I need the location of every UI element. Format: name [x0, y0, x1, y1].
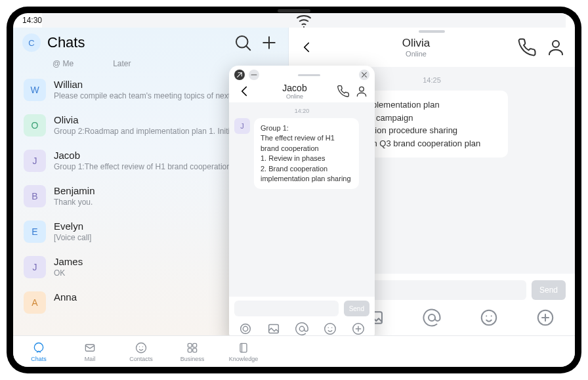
svg-point-8 — [481, 310, 496, 326]
svg-rect-20 — [188, 343, 192, 347]
nav-mail[interactable]: Mail — [64, 341, 116, 362]
floating-chat-window[interactable]: Jacob Online 14:20 J Group 1: The effect… — [229, 66, 375, 335]
nav-knowledge[interactable]: Knowledge — [218, 341, 269, 362]
svg-rect-23 — [193, 348, 197, 352]
send-button[interactable]: Send — [532, 280, 566, 300]
nav-chats[interactable]: Chats — [13, 341, 64, 362]
float-body: 14:20 J Group 1: The effect review of H1… — [229, 102, 375, 297]
device-camera — [278, 9, 310, 12]
svg-point-11 — [241, 324, 251, 334]
nav-mail-label: Mail — [85, 356, 96, 362]
float-call-button[interactable] — [337, 85, 350, 98]
chat-avatar: B — [24, 185, 46, 207]
screen: 14:30 C Chats @ Me Later WW — [13, 13, 575, 367]
chat-avatar: A — [24, 291, 46, 314]
clock: 14:30 — [22, 16, 42, 25]
back-button[interactable] — [298, 39, 315, 56]
content: C Chats @ Me Later WWillianPlease compil… — [13, 28, 575, 335]
float-timestamp: 14:20 — [234, 108, 369, 114]
my-avatar[interactable]: C — [22, 33, 41, 52]
subtab-at-me[interactable]: @ Me — [52, 59, 74, 68]
svg-point-15 — [325, 324, 336, 335]
svg-rect-21 — [193, 343, 197, 347]
float-drag-handle[interactable] — [298, 74, 320, 76]
mention-icon[interactable] — [422, 308, 442, 327]
float-message-bubble: Group 1: The effect review of H1 brand c… — [254, 118, 359, 189]
float-message-input[interactable] — [234, 301, 339, 316]
float-mention-icon[interactable] — [295, 322, 309, 335]
left-header: C Chats — [13, 28, 288, 56]
float-image-icon[interactable] — [266, 322, 281, 335]
contact-status: Online — [315, 50, 517, 58]
drag-handle[interactable] — [419, 30, 445, 33]
status-bar: 14:30 — [13, 13, 575, 28]
svg-point-7 — [429, 314, 435, 321]
chat-avatar: W — [24, 79, 46, 101]
svg-point-3 — [553, 41, 559, 47]
float-voice-icon[interactable] — [238, 322, 253, 335]
emoji-icon[interactable] — [479, 308, 499, 327]
float-contact-name: Jacob — [253, 83, 337, 93]
page-title: Chats — [47, 34, 226, 51]
chat-avatar: J — [24, 150, 46, 172]
chat-avatar: J — [24, 256, 46, 278]
close-window-button[interactable] — [359, 70, 369, 80]
profile-button[interactable] — [546, 37, 566, 57]
bottom-nav: Chats Mail Contacts Business Knowledge — [13, 335, 575, 367]
float-send-button[interactable]: Send — [344, 301, 369, 316]
nav-business[interactable]: Business — [167, 341, 218, 362]
new-chat-button[interactable] — [259, 33, 279, 53]
subtab-later[interactable]: Later — [113, 59, 131, 68]
nav-contacts[interactable]: Contacts — [116, 341, 167, 362]
float-emoji-icon[interactable] — [323, 322, 337, 335]
add-icon[interactable] — [536, 308, 555, 327]
svg-point-12 — [243, 326, 247, 331]
contact-name: Olivia — [315, 37, 517, 50]
nav-chats-label: Chats — [31, 356, 47, 362]
nav-contacts-label: Contacts — [129, 356, 153, 362]
chat-avatar: O — [24, 114, 46, 137]
float-profile-button[interactable] — [355, 85, 368, 98]
float-message-row: J Group 1: The effect review of H1 brand… — [234, 118, 369, 189]
search-button[interactable] — [233, 33, 253, 53]
float-contact-status: Online — [253, 93, 337, 100]
minimize-window-button[interactable] — [249, 70, 259, 80]
float-window-controls — [229, 66, 375, 81]
nav-business-label: Business — [180, 356, 205, 362]
float-header: Jacob Online — [229, 81, 375, 102]
chat-avatar: E — [24, 221, 46, 243]
expand-window-button[interactable] — [234, 70, 245, 80]
float-sender-avatar[interactable]: J — [234, 118, 250, 134]
call-button[interactable] — [517, 37, 537, 57]
svg-rect-18 — [85, 345, 94, 351]
svg-point-14 — [299, 326, 304, 331]
svg-point-10 — [360, 87, 364, 91]
svg-point-19 — [136, 343, 146, 352]
float-composer: Send — [229, 297, 375, 335]
tablet-frame: 14:30 C Chats @ Me Later WW — [7, 7, 581, 373]
float-toolbar — [234, 320, 369, 335]
float-back-button[interactable] — [236, 83, 253, 100]
float-add-icon[interactable] — [351, 322, 366, 335]
conversation-header: Olivia Online — [289, 28, 575, 67]
svg-rect-22 — [188, 348, 192, 352]
svg-point-17 — [34, 343, 43, 351]
svg-rect-24 — [240, 343, 247, 352]
nav-knowledge-label: Knowledge — [229, 356, 259, 362]
